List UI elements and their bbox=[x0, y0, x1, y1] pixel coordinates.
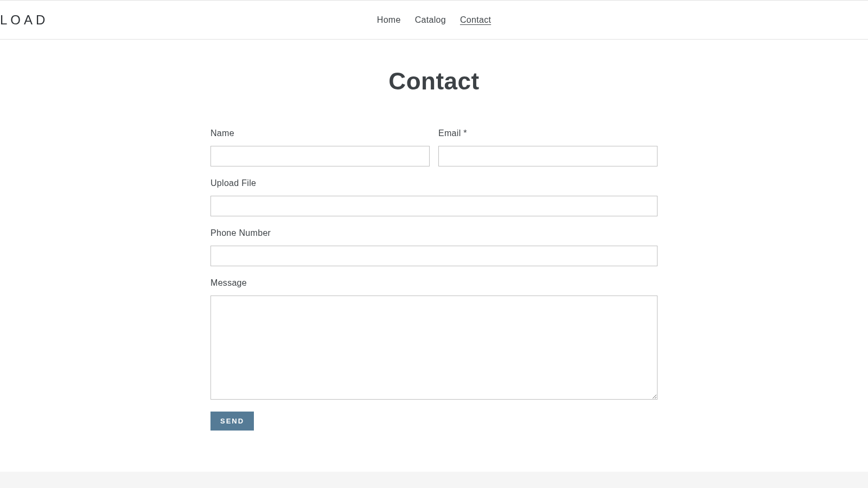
nav-catalog[interactable]: Catalog bbox=[415, 15, 446, 25]
upload-label: Upload File bbox=[210, 178, 658, 188]
site-header: LOAD Home Catalog Contact bbox=[0, 1, 868, 40]
phone-label: Phone Number bbox=[210, 228, 658, 238]
message-label: Message bbox=[210, 278, 658, 288]
message-group: Message bbox=[210, 278, 658, 400]
message-textarea[interactable] bbox=[210, 296, 658, 400]
main-nav: Home Catalog Contact bbox=[377, 15, 491, 25]
page-title: Contact bbox=[210, 68, 658, 95]
phone-input[interactable] bbox=[210, 246, 658, 266]
name-input[interactable] bbox=[210, 146, 430, 166]
name-label: Name bbox=[210, 129, 430, 138]
name-group: Name bbox=[210, 129, 430, 166]
nav-contact[interactable]: Contact bbox=[460, 15, 491, 25]
email-label: Email * bbox=[438, 129, 658, 138]
main-content: Contact Name Email * Upload File Phone N… bbox=[210, 40, 658, 431]
upload-group: Upload File bbox=[210, 178, 658, 216]
upload-file-input[interactable] bbox=[210, 196, 658, 216]
nav-home[interactable]: Home bbox=[377, 15, 401, 25]
email-group: Email * bbox=[438, 129, 658, 166]
send-button[interactable]: SEND bbox=[210, 412, 254, 431]
site-brand: LOAD bbox=[0, 12, 48, 28]
contact-form: Name Email * Upload File Phone Number Me… bbox=[210, 129, 658, 431]
email-input[interactable] bbox=[438, 146, 658, 166]
footer-area bbox=[0, 472, 868, 488]
phone-group: Phone Number bbox=[210, 228, 658, 266]
